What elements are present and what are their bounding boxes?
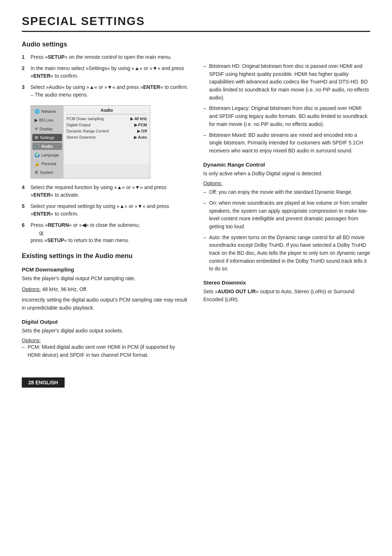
digital-bullet-pcm: PCM: Mixed digital audio sent over HDMI …	[22, 343, 189, 359]
sidebar-network: 🌐 Network	[32, 108, 62, 115]
pcm-options: Options: 48 kHz, 96 kHz, Off.	[22, 286, 189, 294]
menu-row-digital: Digital Output ▶ PCM	[66, 122, 147, 128]
step-4: 4 Select the required function by using …	[22, 184, 189, 199]
dynamic-body: Is only active when a Dolby Digital sign…	[203, 170, 370, 178]
sidebar-parental: 🔒 Parental	[32, 160, 62, 167]
sidebar-bdlive: ▶ BD-Live	[32, 116, 62, 124]
stereo-body: Sets »AUDIO OUT L/R« output to Auto, Ste…	[203, 288, 370, 303]
footer-bar: 28 ENGLISH	[22, 377, 65, 388]
sidebar-display: ✳ Display	[32, 125, 62, 132]
dynamic-options-label: Options:	[203, 180, 370, 186]
bullet-bitstream-mixed: Bitstream Mixed: BD audio streams are mi…	[203, 131, 370, 155]
digital-bullets-right: Bitstream HD: Original bitstream from di…	[203, 62, 370, 155]
digital-output-title: Digital Output	[22, 319, 189, 325]
menu-row-stereo: Stereo Downmix ▶ Auto	[66, 134, 147, 140]
sidebar-audio: 🔊 Audio	[32, 143, 62, 150]
digital-body: Sets the player's digital audio output s…	[22, 327, 189, 335]
menu-header: Audio	[66, 108, 147, 114]
digital-bullets-left: PCM: Mixed digital audio sent over HDMI …	[22, 343, 189, 359]
digital-options-label: Options:	[22, 338, 189, 343]
page-title: SPECIAL SETTINGS	[22, 15, 370, 32]
audio-submenu: Audio PCM Down sampling ▶ 48 kHz Digital…	[64, 106, 150, 164]
bullet-bitstream-hd: Bitstream HD: Original bitstream from di…	[203, 62, 370, 102]
bullet-bitstream-legacy: Bitstream Legacy: Original bitstream fro…	[203, 105, 370, 128]
pcm-body2: Incorrectly setting the digital audio ou…	[22, 296, 189, 312]
dynamic-bullet-off: Off: you can enjoy the movie with the st…	[203, 188, 370, 196]
menu-row-dynamic: Dynamic Range Control ▶ Off	[66, 128, 147, 134]
existing-settings-title: Existing settings in the Audio menu	[22, 252, 189, 260]
pcm-body1: Sets the player's digital output PCM sam…	[22, 275, 189, 283]
dynamic-bullet-auto: Auto: the system turns on the Dynamic ra…	[203, 234, 370, 273]
sidebar-system: ⚙ System	[32, 169, 62, 176]
step-2: 2 In the main menu select »Settings« by …	[22, 65, 189, 80]
sidebar-settings: ⚙ Settings	[32, 134, 62, 141]
pcm-downsampling-title: PCM Downsampling	[22, 266, 189, 273]
menu-row-pcm: PCM Down sampling ▶ 48 kHz	[66, 116, 147, 122]
sidebar-language: 🌍 Language	[32, 151, 62, 159]
step-3: 3 Select »Audio« by using »▲« or »▼« and…	[22, 83, 189, 99]
dynamic-bullets: Off: you can enjoy the movie with the st…	[203, 188, 370, 273]
step-1: 1 Press »SETUP« on the remote control to…	[22, 53, 189, 61]
step-6: 6 Press »RETURN« or »◀« to close the sub…	[22, 221, 189, 244]
stereo-downmix-title: Stereo Downmix	[203, 279, 370, 286]
step-5: 5 Select your required settings by using…	[22, 203, 189, 218]
dynamic-bullet-on: On: when movie soundtracks are played at…	[203, 199, 370, 231]
audio-menu-screenshot: 🌐 Network ▶ BD-Live ✳ Display ⚙ Settings…	[30, 105, 150, 179]
steps-list: 1 Press »SETUP« on the remote control to…	[22, 53, 189, 99]
steps-4-6: 4 Select the required function by using …	[22, 184, 189, 244]
audio-settings-title: Audio settings	[22, 41, 189, 48]
dynamic-range-title: Dynamic Range Control	[203, 162, 370, 168]
